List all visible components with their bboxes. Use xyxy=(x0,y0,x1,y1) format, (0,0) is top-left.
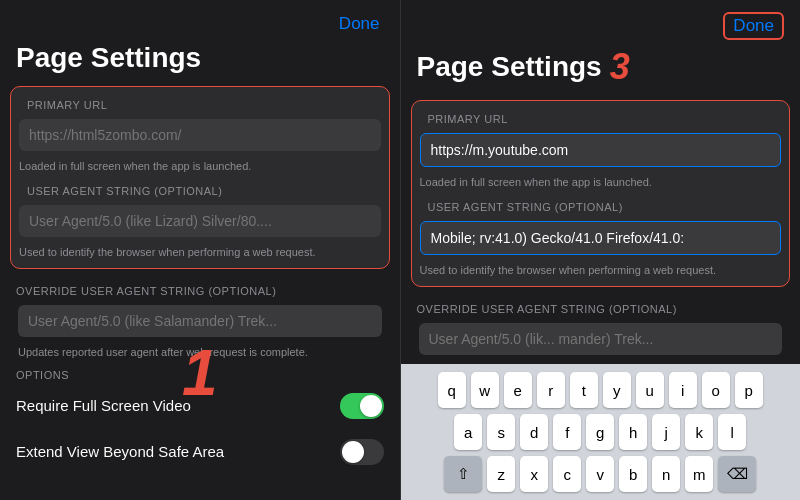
right-user-agent-label: USER AGENT STRING (OPTIONAL) xyxy=(412,193,790,217)
right-user-agent-hint: Used to identify the browser when perfor… xyxy=(412,259,790,281)
left-user-agent-input[interactable] xyxy=(19,205,381,237)
keyboard-row-2: a s d f g h j k l xyxy=(405,414,797,450)
key-n[interactable]: n xyxy=(652,456,680,492)
step-number-3: 3 xyxy=(610,46,630,88)
left-panel: Done Page Settings PRIMARY URL Loaded in… xyxy=(0,0,401,500)
left-option2-toggle-knob xyxy=(342,441,364,463)
key-shift[interactable]: ⇧ xyxy=(444,456,482,492)
left-user-agent-field-wrapper xyxy=(11,201,389,241)
right-url-section: PRIMARY URL Loaded in full screen when t… xyxy=(411,100,791,287)
left-url-field-wrapper xyxy=(11,115,389,155)
key-t[interactable]: t xyxy=(570,372,598,408)
right-panel-content: PRIMARY URL Loaded in full screen when t… xyxy=(401,100,801,364)
left-done-button[interactable]: Done xyxy=(335,12,384,36)
key-s[interactable]: s xyxy=(487,414,515,450)
key-o[interactable]: o xyxy=(702,372,730,408)
key-w[interactable]: w xyxy=(471,372,499,408)
left-option2-toggle[interactable] xyxy=(340,439,384,465)
left-override-input[interactable] xyxy=(18,305,382,337)
keyboard-row-3: ⇧ z x c v b n m ⌫ xyxy=(405,456,797,492)
key-d[interactable]: d xyxy=(520,414,548,450)
right-user-agent-field-wrapper xyxy=(412,217,790,259)
right-user-agent-input[interactable] xyxy=(420,221,782,255)
right-override-label: OVERRIDE USER AGENT STRING (OPTIONAL) xyxy=(401,295,801,319)
left-option2-row: Extend View Beyond Safe Area xyxy=(0,429,400,475)
left-url-section: PRIMARY URL Loaded in full screen when t… xyxy=(10,86,390,269)
key-a[interactable]: a xyxy=(454,414,482,450)
key-b[interactable]: b xyxy=(619,456,647,492)
left-user-agent-label: USER AGENT STRING (OPTIONAL) xyxy=(11,177,389,201)
right-header: Done xyxy=(401,0,801,44)
left-option1-toggle-knob xyxy=(360,395,382,417)
left-option1-row: Require Full Screen Video xyxy=(0,383,400,429)
right-primary-url-label: PRIMARY URL xyxy=(412,105,790,129)
right-override-input[interactable] xyxy=(419,323,783,355)
right-done-button[interactable]: Done xyxy=(723,12,784,40)
key-r[interactable]: r xyxy=(537,372,565,408)
right-panel-title: Page Settings 3 xyxy=(401,44,801,100)
key-e[interactable]: e xyxy=(504,372,532,408)
left-primary-url-label: PRIMARY URL xyxy=(11,91,389,115)
left-override-label: OVERRIDE USER AGENT STRING (OPTIONAL) xyxy=(0,277,400,301)
right-panel: Done Page Settings 3 PRIMARY URL Loaded … xyxy=(401,0,801,500)
key-l[interactable]: l xyxy=(718,414,746,450)
left-option2-label: Extend View Beyond Safe Area xyxy=(16,443,224,460)
right-url-field-wrapper xyxy=(412,129,790,171)
key-g[interactable]: g xyxy=(586,414,614,450)
key-p[interactable]: p xyxy=(735,372,763,408)
left-options-label: OPTIONS xyxy=(0,363,400,383)
left-option1-label: Require Full Screen Video xyxy=(16,397,191,414)
key-x[interactable]: x xyxy=(520,456,548,492)
key-q[interactable]: q xyxy=(438,372,466,408)
key-h[interactable]: h xyxy=(619,414,647,450)
key-y[interactable]: y xyxy=(603,372,631,408)
key-v[interactable]: v xyxy=(586,456,614,492)
key-j[interactable]: j xyxy=(652,414,680,450)
keyboard-row-1: q w e r t y u i o p xyxy=(405,372,797,408)
left-panel-title: Page Settings xyxy=(0,40,400,86)
left-user-agent-hint: Used to identify the browser when perfor… xyxy=(11,241,389,263)
left-override-field-wrapper xyxy=(0,301,400,341)
left-panel-content: PRIMARY URL Loaded in full screen when t… xyxy=(0,86,400,500)
left-override-hint: Updates reported user agent after web re… xyxy=(0,341,400,363)
right-primary-url-input[interactable] xyxy=(420,133,782,167)
right-override-field-wrapper xyxy=(401,319,801,359)
key-f[interactable]: f xyxy=(553,414,581,450)
key-c[interactable]: c xyxy=(553,456,581,492)
left-option1-toggle[interactable] xyxy=(340,393,384,419)
keyboard: q w e r t y u i o p a s d f g h j k l ⇧ … xyxy=(401,364,801,500)
left-url-hint: Loaded in full screen when the app is la… xyxy=(11,155,389,177)
key-z[interactable]: z xyxy=(487,456,515,492)
left-primary-url-input[interactable] xyxy=(19,119,381,151)
key-delete[interactable]: ⌫ xyxy=(718,456,756,492)
left-header: Done xyxy=(0,0,400,40)
key-u[interactable]: u xyxy=(636,372,664,408)
key-m[interactable]: m xyxy=(685,456,713,492)
right-url-hint: Loaded in full screen when the app is la… xyxy=(412,171,790,193)
key-k[interactable]: k xyxy=(685,414,713,450)
key-i[interactable]: i xyxy=(669,372,697,408)
